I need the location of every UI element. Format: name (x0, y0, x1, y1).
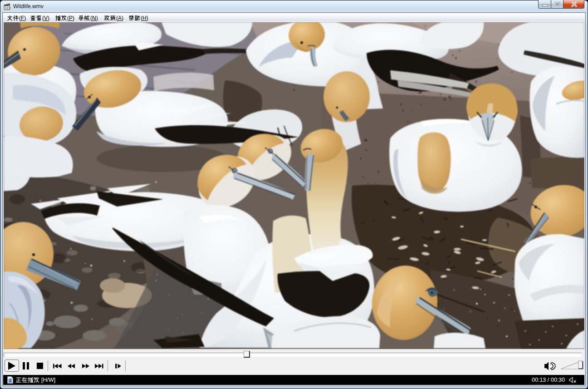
svg-text:1: 1 (9, 6, 10, 10)
